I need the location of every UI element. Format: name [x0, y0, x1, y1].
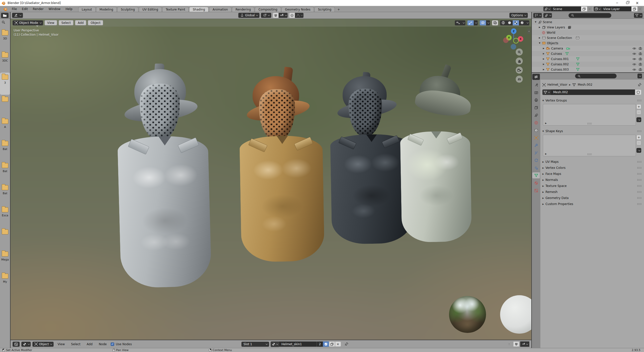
options-dropdown[interactable]: Options — [509, 13, 528, 18]
shader-menu-view[interactable]: View — [55, 342, 67, 346]
panel-remesh[interactable]: ▶Remesh — [542, 189, 641, 195]
object-types-visibility-button[interactable] — [455, 20, 461, 25]
disable-render-camera-icon[interactable] — [639, 52, 642, 55]
proportional-editing-toggle[interactable] — [289, 13, 295, 18]
disable-render-camera-icon[interactable] — [639, 68, 642, 71]
material-slot-dropdown[interactable]: Slot 1 — [242, 342, 269, 347]
tab-sculpting[interactable]: Sculpting — [117, 7, 138, 12]
pin-icon[interactable] — [344, 342, 348, 346]
panel-grip-handle[interactable] — [637, 197, 641, 199]
breadcrumb-object[interactable]: Helmet_Visor — [547, 83, 567, 86]
viewport-menu-view[interactable]: View — [45, 20, 57, 25]
outliner-row-cuirass-003[interactable]: ▶ Cuirass.003 — [532, 67, 644, 72]
folder-item[interactable]: 3DC — [0, 51, 10, 73]
pan-button[interactable] — [516, 58, 523, 65]
panel-grip-handle[interactable] — [637, 167, 641, 169]
expand-arrow-icon[interactable]: ▶ — [542, 53, 545, 55]
outliner-row-scene-collection[interactable]: ▶ Scene Collection — [532, 35, 644, 40]
wireframe-shading-button[interactable] — [500, 20, 506, 25]
tab-uv-editing[interactable]: UV Editing — [139, 7, 162, 12]
expand-arrow-icon[interactable]: ▶ — [542, 68, 545, 71]
chevron-down-icon[interactable] — [474, 20, 478, 25]
tab-object[interactable] — [532, 135, 540, 141]
list-resize-grip[interactable] — [587, 123, 592, 125]
expand-arrow-icon[interactable]: ▼ — [534, 21, 537, 23]
camera-view-button[interactable] — [516, 67, 523, 74]
use-nodes-option[interactable]: ✓ Use Nodes — [111, 342, 132, 346]
panel-custom-properties[interactable]: ▶Custom Properties — [542, 201, 641, 207]
tab-animation[interactable]: Animation — [209, 7, 231, 12]
menu-help[interactable]: Help — [63, 7, 74, 11]
tab-collection[interactable] — [532, 127, 540, 133]
tab-modeling[interactable]: Modeling — [96, 7, 117, 12]
panel-grip-handle[interactable] — [637, 173, 641, 175]
armor4-cuirass[interactable] — [400, 131, 472, 243]
outliner-display-mode-dropdown[interactable] — [533, 13, 542, 18]
outliner-filter-dropdown[interactable] — [634, 13, 642, 18]
folder-item[interactable]: Esca — [0, 205, 10, 227]
shape-key-specials-dropdown[interactable] — [636, 148, 641, 153]
material-name-field[interactable]: Helmet_skin1 — [279, 341, 317, 347]
solid-shading-button[interactable] — [506, 20, 513, 25]
panel-geometry-data[interactable]: ▶Geometry Data — [542, 195, 641, 201]
xray-toggle[interactable] — [492, 20, 498, 25]
shape-keys-list[interactable]: ▶ + − — [543, 135, 636, 156]
add-shape-key-button[interactable]: + — [636, 135, 641, 140]
outliner-row-scene[interactable]: ▼ Scene — [532, 19, 644, 25]
folder-item[interactable]: Mega — [0, 249, 10, 272]
outliner-scene-filter-dropdown[interactable] — [543, 13, 552, 18]
unlink-material-button[interactable]: × — [335, 341, 341, 347]
add-vertex-group-button[interactable]: + — [636, 104, 641, 109]
tab-object-data[interactable] — [532, 172, 540, 178]
show-overlays-toggle[interactable] — [480, 20, 486, 25]
tab-modifiers[interactable] — [532, 142, 540, 148]
tab-world[interactable] — [532, 120, 540, 126]
tab-shading[interactable]: Shading — [189, 7, 209, 12]
proportional-falloff-dropdown[interactable] — [295, 13, 304, 18]
new-material-button[interactable] — [329, 341, 335, 347]
menu-edit[interactable]: Edit — [20, 7, 30, 11]
shader-menu-select[interactable]: Select — [69, 342, 83, 346]
panel-grip-handle[interactable] — [637, 179, 641, 181]
outliner-row-cuirass-002[interactable]: ▶ Cuirass.002 — [532, 62, 644, 67]
folder-item[interactable]: Bat — [0, 161, 10, 183]
properties-search-input[interactable] — [575, 74, 617, 78]
new-view-layer-button[interactable] — [631, 7, 637, 11]
close-button[interactable]: × — [635, 2, 639, 5]
panel-normals[interactable]: ▶Normals — [542, 177, 641, 183]
folder-item-selected[interactable]: 3 — [0, 73, 10, 95]
remove-shape-key-button[interactable]: − — [636, 140, 641, 145]
scene-browse-button[interactable] — [543, 7, 551, 11]
hide-viewport-eye-icon[interactable] — [632, 47, 636, 50]
breadcrumb-data[interactable]: Mesh.002 — [578, 83, 592, 86]
tab-geometry-nodes[interactable]: Geometry Nodes — [281, 7, 314, 12]
snap-toggle[interactable] — [273, 13, 279, 18]
gizmo-axis-z-neg[interactable] — [511, 44, 516, 49]
perspective-toggle-button[interactable] — [516, 76, 523, 83]
outliner-row-world[interactable]: World — [532, 30, 644, 35]
list-expander-arrow[interactable]: ▶ — [545, 122, 547, 124]
panel-vertex-colors[interactable]: ▶Vertex Colors — [542, 165, 641, 171]
tab-compositing[interactable]: Compositing — [255, 7, 281, 12]
properties-options-dropdown[interactable] — [637, 74, 642, 78]
pivot-point-dropdown[interactable] — [261, 13, 271, 18]
tab-physics[interactable] — [532, 157, 540, 163]
node-snap-target-dropdown[interactable] — [520, 341, 529, 347]
panel-grip-handle[interactable] — [637, 161, 641, 163]
editor-type-button[interactable] — [13, 342, 20, 347]
use-nodes-checkbox[interactable]: ✓ — [111, 342, 114, 346]
panel-grip-handle[interactable] — [637, 130, 641, 132]
shader-type-icon-dropdown[interactable] — [21, 342, 31, 347]
viewport-menu-object[interactable]: Object — [88, 20, 103, 25]
add-workspace-button[interactable]: + — [335, 7, 342, 12]
restore-button[interactable] — [625, 2, 629, 5]
hide-viewport-eye-icon[interactable] — [632, 68, 636, 71]
vertex-group-specials-dropdown[interactable] — [636, 117, 641, 122]
tab-output[interactable] — [532, 97, 540, 103]
disable-render-camera-icon[interactable] — [639, 58, 642, 60]
tab-scripting[interactable]: Scripting — [314, 7, 335, 12]
panel-grip-handle[interactable] — [637, 99, 641, 102]
unlink-scene-button[interactable]: × — [587, 7, 592, 11]
viewport-menu-select[interactable]: Select — [59, 20, 73, 25]
hide-viewport-eye-icon[interactable] — [632, 58, 636, 60]
